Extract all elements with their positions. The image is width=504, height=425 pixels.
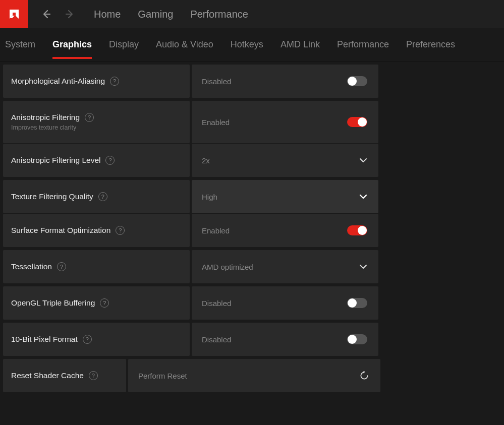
- value-ogl-triple: Disabled: [192, 286, 378, 320]
- label-tessellation: Tessellation ?: [3, 250, 190, 283]
- help-icon[interactable]: ?: [85, 113, 94, 122]
- action-text: Perform Reset: [138, 372, 187, 380]
- row-10bit: 10-Bit Pixel Format ? Disabled: [3, 323, 501, 356]
- group-morph-aa: Morphological Anti-Aliasing ? Disabled: [3, 65, 501, 98]
- help-icon[interactable]: ?: [100, 298, 109, 308]
- subtab-preferences[interactable]: Preferences: [406, 37, 455, 52]
- setting-title: 10-Bit Pixel Format: [11, 335, 78, 344]
- setting-title: Surface Format Optimization: [11, 226, 110, 235]
- subtab-graphics[interactable]: Graphics: [52, 37, 92, 52]
- chevron-down-icon: [359, 264, 367, 269]
- status-text: 2x: [202, 156, 210, 165]
- nav-arrows: [37, 5, 79, 23]
- arrow-left-icon: [41, 9, 51, 19]
- help-icon[interactable]: ?: [98, 192, 107, 201]
- row-aniso-level: Anisotropic Filtering Level ? 2x: [3, 144, 501, 177]
- top-tabs: Home Gaming Performance: [94, 9, 248, 20]
- status-text: Disabled: [202, 299, 231, 308]
- tab-performance[interactable]: Performance: [190, 9, 248, 20]
- label-morph-aa: Morphological Anti-Aliasing ?: [3, 65, 190, 98]
- arrow-right-icon: [65, 9, 75, 19]
- group-texture: Texture Filtering Quality ? High Surface…: [3, 180, 501, 247]
- row-surface-opt: Surface Format Optimization ? Enabled: [3, 214, 501, 247]
- svg-marker-1: [13, 13, 16, 16]
- value-morph-aa: Disabled: [192, 65, 378, 98]
- status-text: Disabled: [202, 335, 231, 344]
- status-text: Enabled: [202, 118, 230, 127]
- help-icon[interactable]: ?: [116, 226, 125, 235]
- toggle-aniso[interactable]: [347, 117, 367, 127]
- help-icon[interactable]: ?: [105, 156, 115, 165]
- row-tessellation: Tessellation ? AMD optimized: [3, 250, 501, 283]
- setting-title: Texture Filtering Quality: [11, 192, 93, 201]
- label-aniso-level: Anisotropic Filtering Level ?: [3, 144, 190, 177]
- topbar: Home Gaming Performance: [0, 0, 504, 28]
- status-text: Enabled: [202, 226, 230, 235]
- subtab-amd-link[interactable]: AMD Link: [281, 37, 320, 52]
- status-text: Disabled: [202, 77, 231, 86]
- group-reset-shader: Reset Shader Cache ? Perform Reset: [3, 359, 501, 392]
- row-morph-aa: Morphological Anti-Aliasing ? Disabled: [3, 65, 501, 98]
- dropdown-tex-quality[interactable]: High: [192, 180, 378, 213]
- subtab-display[interactable]: Display: [109, 37, 139, 52]
- label-tex-quality: Texture Filtering Quality ?: [3, 180, 190, 213]
- setting-title: Tessellation: [11, 262, 52, 271]
- setting-title: OpenGL Triple Buffering: [11, 298, 95, 308]
- back-button[interactable]: [37, 5, 55, 23]
- button-perform-reset[interactable]: Perform Reset: [128, 359, 380, 392]
- setting-title: Morphological Anti-Aliasing: [11, 77, 105, 86]
- label-surface-opt: Surface Format Optimization ?: [3, 214, 190, 247]
- tab-gaming[interactable]: Gaming: [138, 9, 173, 20]
- label-reset-shader: Reset Shader Cache ?: [3, 359, 126, 392]
- amd-arrow-icon: [7, 7, 22, 22]
- subtab-system[interactable]: System: [5, 37, 35, 52]
- setting-title: Anisotropic Filtering Level: [11, 156, 100, 165]
- value-10bit: Disabled: [192, 323, 378, 356]
- group-aniso: Anisotropic Filtering ? Improves texture…: [3, 101, 501, 177]
- toggle-10bit[interactable]: [347, 334, 367, 344]
- setting-title: Anisotropic Filtering: [11, 113, 80, 122]
- group-tess: Tessellation ? AMD optimized: [3, 250, 501, 283]
- label-ogl-triple: OpenGL Triple Buffering ?: [3, 286, 190, 320]
- toggle-ogl-triple[interactable]: [347, 298, 367, 308]
- help-icon[interactable]: ?: [110, 77, 119, 86]
- row-ogl-triple: OpenGL Triple Buffering ? Disabled: [3, 286, 501, 320]
- status-text: AMD optimized: [202, 263, 253, 271]
- dropdown-aniso-level[interactable]: 2x: [192, 144, 378, 177]
- tab-home[interactable]: Home: [94, 9, 121, 20]
- help-icon[interactable]: ?: [83, 335, 92, 344]
- row-aniso: Anisotropic Filtering ? Improves texture…: [3, 101, 501, 143]
- group-10bit: 10-Bit Pixel Format ? Disabled: [3, 323, 501, 356]
- chevron-down-icon: [359, 194, 367, 199]
- value-surface-opt: Enabled: [192, 214, 378, 247]
- toggle-morph-aa[interactable]: [347, 76, 367, 86]
- row-tex-quality: Texture Filtering Quality ? High: [3, 180, 501, 213]
- amd-logo[interactable]: [0, 0, 28, 28]
- help-icon[interactable]: ?: [89, 371, 98, 380]
- dropdown-tessellation[interactable]: AMD optimized: [192, 250, 378, 283]
- forward-button[interactable]: [61, 5, 79, 23]
- chevron-down-icon: [359, 158, 367, 163]
- subtab-performance[interactable]: Performance: [337, 37, 389, 52]
- group-ogl: OpenGL Triple Buffering ? Disabled: [3, 286, 501, 320]
- help-icon[interactable]: ?: [57, 262, 66, 271]
- settings-content: Morphological Anti-Aliasing ? Disabled A…: [0, 62, 504, 392]
- label-aniso: Anisotropic Filtering ? Improves texture…: [3, 101, 190, 143]
- row-reset-shader: Reset Shader Cache ? Perform Reset: [3, 359, 501, 392]
- sub-tabs: System Graphics Display Audio & Video Ho…: [0, 28, 504, 62]
- reset-icon: [359, 371, 369, 381]
- status-text: High: [202, 193, 217, 201]
- value-aniso: Enabled: [192, 101, 378, 143]
- subtab-audio-video[interactable]: Audio & Video: [156, 37, 213, 52]
- setting-subtitle: Improves texture clarity: [11, 124, 182, 131]
- toggle-surface-opt[interactable]: [347, 225, 367, 235]
- subtab-hotkeys[interactable]: Hotkeys: [231, 37, 263, 52]
- label-10bit: 10-Bit Pixel Format ?: [3, 323, 190, 356]
- setting-title: Reset Shader Cache: [11, 371, 84, 380]
